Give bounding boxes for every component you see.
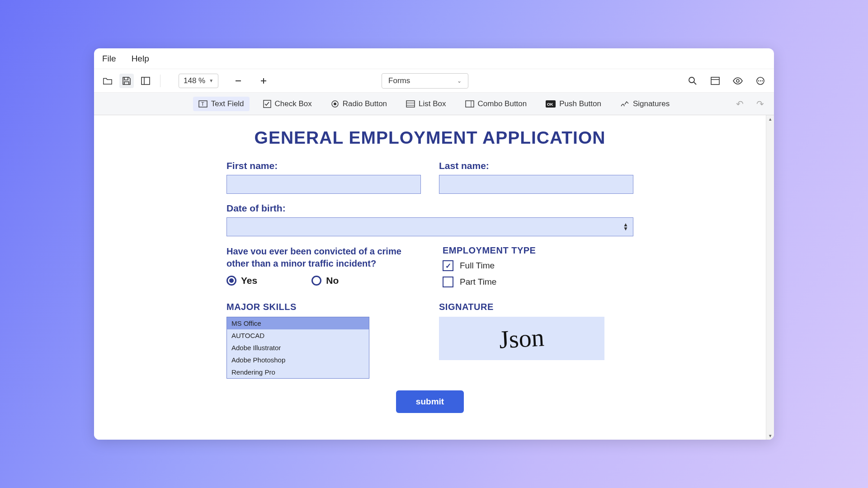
svg-point-12 (760, 80, 761, 81)
last-name-field[interactable] (439, 175, 633, 194)
main-toolbar: 148 % ▼ Forms ⌄ (94, 69, 774, 93)
major-skills-group: MAJOR SKILLS MS Office AUTOCAD Adobe Ill… (226, 302, 421, 379)
dob-group: Date of birth: ▲▼ (226, 203, 633, 236)
crime-question-group: Have vou ever been convicted of a crime … (226, 245, 421, 293)
svg-point-13 (762, 80, 763, 81)
toolbar-separator (160, 75, 160, 87)
last-name-group: Last name: (439, 160, 633, 194)
svg-text:OK: OK (547, 102, 553, 107)
form-title: GENERAL EMPLOYMENT APPLICATION (94, 128, 766, 148)
open-file-icon[interactable] (100, 74, 115, 88)
text-field-icon: T (198, 100, 208, 108)
svg-rect-22 (466, 101, 474, 107)
zoom-level-select[interactable]: 148 % ▼ (179, 74, 218, 88)
first-name-label: First name: (226, 160, 421, 171)
listbox-icon (406, 100, 415, 108)
list-item[interactable]: Rendering Pro (227, 366, 369, 378)
list-item[interactable]: Adobe Photoshop (227, 354, 369, 366)
panel-toggle-icon[interactable] (708, 74, 722, 88)
svg-rect-19 (406, 101, 415, 107)
combo-icon (465, 100, 474, 108)
dob-field[interactable]: ▲▼ (226, 217, 633, 236)
checkbox-icon (443, 277, 453, 287)
search-icon[interactable] (685, 74, 700, 88)
zoom-in-button[interactable] (256, 74, 271, 88)
signature-group: SIGNATURE Json (439, 302, 633, 379)
chevron-down-icon: ⌄ (457, 78, 462, 84)
signature-value: Json (499, 323, 545, 354)
stepper-arrows-icon[interactable]: ▲▼ (623, 223, 628, 231)
tool-list-box[interactable]: List Box (401, 97, 451, 111)
tool-push-button[interactable]: OK Push Button (540, 97, 607, 111)
save-file-icon[interactable] (119, 74, 134, 88)
radio-yes[interactable]: Yes (226, 275, 257, 286)
scroll-up-icon[interactable]: ▴ (766, 116, 774, 122)
layout-panels-icon[interactable] (138, 74, 153, 88)
last-name-label: Last name: (439, 160, 633, 171)
redo-icon[interactable]: ↷ (756, 99, 764, 109)
svg-line-6 (694, 82, 696, 84)
radio-icon (226, 276, 236, 286)
checkbox-icon: ✓ (443, 260, 453, 271)
list-item[interactable]: MS Office (227, 317, 369, 329)
signature-field[interactable]: Json (439, 317, 604, 360)
right-tools (685, 74, 768, 88)
crime-question-label: Have vou ever been convicted of a crime … (226, 245, 421, 270)
employment-type-group: EMPLOYMENT TYPE ✓ Full Time Part Time (439, 245, 633, 293)
menu-bar: File Help (94, 48, 774, 69)
svg-point-18 (334, 103, 336, 105)
tool-text-field[interactable]: T Text Field (193, 97, 250, 111)
list-item[interactable]: Adobe Illustrator (227, 342, 369, 354)
more-options-icon[interactable] (753, 74, 768, 88)
skills-listbox[interactable]: MS Office AUTOCAD Adobe Illustrator Adob… (226, 317, 369, 379)
signature-icon (620, 100, 629, 108)
signature-label: SIGNATURE (439, 302, 633, 312)
dob-label: Date of birth: (226, 203, 633, 214)
submit-button[interactable]: submit (396, 390, 464, 413)
editor-mode-value: Forms (388, 76, 410, 85)
first-name-group: First name: (226, 160, 421, 194)
chevron-down-icon: ▼ (209, 78, 213, 83)
tool-signatures[interactable]: Signatures (615, 97, 675, 111)
app-window: File Help 148 % ▼ (94, 48, 774, 440)
svg-point-11 (758, 80, 759, 81)
editor-mode-select[interactable]: Forms ⌄ (382, 73, 468, 89)
push-button-icon: OK (546, 100, 556, 108)
zoom-value: 148 % (184, 76, 205, 85)
svg-point-9 (736, 80, 739, 82)
svg-rect-0 (142, 77, 150, 84)
scroll-down-icon[interactable]: ▾ (766, 433, 774, 439)
radio-icon (311, 276, 321, 286)
forms-toolbar: T Text Field Check Box Radio Button List… (94, 93, 774, 115)
employment-type-label: EMPLOYMENT TYPE (443, 245, 633, 256)
tool-check-box[interactable]: Check Box (258, 97, 317, 111)
svg-point-5 (689, 77, 694, 83)
tool-combo-button[interactable]: Combo Button (460, 97, 533, 111)
list-item[interactable]: AUTOCAD (227, 329, 369, 342)
radio-no[interactable]: No (311, 275, 339, 286)
checkbox-full-time[interactable]: ✓ Full Time (443, 260, 633, 271)
radio-icon (331, 100, 339, 108)
document-viewport[interactable]: GENERAL EMPLOYMENT APPLICATION First nam… (94, 115, 766, 440)
tool-radio-button[interactable]: Radio Button (326, 97, 392, 111)
checkbox-part-time[interactable]: Part Time (443, 277, 633, 287)
svg-text:T: T (201, 101, 204, 107)
first-name-field[interactable] (226, 175, 421, 194)
vertical-scrollbar[interactable]: ▴ ▾ (766, 115, 774, 440)
preview-eye-icon[interactable] (731, 74, 745, 88)
form-page: GENERAL EMPLOYMENT APPLICATION First nam… (94, 115, 766, 431)
menu-help[interactable]: Help (132, 54, 149, 64)
undo-icon[interactable]: ↶ (736, 99, 744, 109)
document-area: GENERAL EMPLOYMENT APPLICATION First nam… (94, 115, 774, 440)
checkbox-icon (263, 100, 271, 108)
svg-rect-7 (711, 77, 719, 84)
zoom-out-button[interactable] (231, 74, 245, 88)
major-skills-label: MAJOR SKILLS (226, 302, 421, 312)
menu-file[interactable]: File (102, 54, 116, 64)
